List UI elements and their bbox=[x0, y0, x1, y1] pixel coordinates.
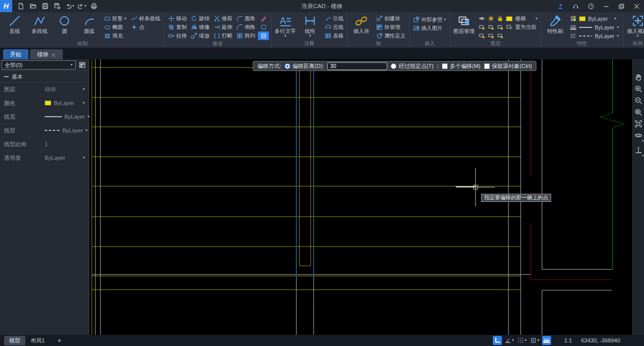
orbit-button[interactable] bbox=[634, 131, 643, 140]
section-basic[interactable]: 基本 bbox=[0, 71, 89, 83]
object-color-select[interactable]: ByLayer bbox=[568, 14, 621, 23]
offset-keep-source-option[interactable]: 保留源对象(Ctrl) bbox=[484, 62, 532, 70]
new-file-button[interactable] bbox=[15, 1, 26, 11]
ucs-button[interactable] bbox=[634, 146, 643, 155]
drawing-canvas[interactable]: 偏移方式: 偏移距离(D): 经过指定点(T) | 多个偏移(M) 保留源对象(… bbox=[89, 59, 632, 335]
ellipse-button[interactable]: 椭圆 bbox=[103, 23, 128, 31]
insert-viewport-button[interactable]: 插入视口 bbox=[625, 13, 644, 41]
zoom-in-button[interactable] bbox=[634, 84, 643, 93]
zoom-extents-button[interactable] bbox=[634, 119, 643, 128]
erase-button[interactable] bbox=[258, 14, 269, 23]
attribute-definition-button[interactable]: 属性定义 bbox=[375, 31, 407, 40]
match-properties-button[interactable]: 特性刷 bbox=[544, 13, 567, 41]
rotate-button[interactable]: 旋转 bbox=[189, 14, 211, 23]
property-row-layer[interactable]: 图层 楼梯 bbox=[0, 83, 89, 96]
stretch-button[interactable]: 拉伸 bbox=[166, 31, 188, 40]
layer-unisolate-icon[interactable] bbox=[488, 32, 494, 39]
lineweight-toggle[interactable] bbox=[542, 336, 551, 345]
property-row-transparency[interactable]: 透明度 ByLayer bbox=[0, 151, 89, 165]
spline-button[interactable]: 样条曲线 bbox=[129, 14, 162, 23]
move-button[interactable]: 移动 bbox=[166, 14, 188, 23]
minimize-button[interactable] bbox=[598, 0, 614, 12]
layer-lock-icon[interactable] bbox=[497, 15, 503, 22]
layout1-tab[interactable]: 布局1 bbox=[25, 336, 50, 345]
radio-selected-icon[interactable] bbox=[285, 63, 290, 69]
lineweight-select[interactable]: ByLayer bbox=[568, 23, 621, 31]
layer-isolate-icon[interactable] bbox=[479, 32, 485, 39]
close-tab-icon[interactable] bbox=[51, 52, 56, 57]
offset-multiple-option[interactable]: 多个偏移(M) bbox=[442, 62, 481, 70]
save-button[interactable] bbox=[40, 1, 51, 11]
copy-button[interactable]: 复制 bbox=[166, 23, 188, 31]
viewport-scale[interactable]: 1:1 bbox=[564, 337, 572, 343]
close-button[interactable] bbox=[629, 0, 644, 12]
point-button[interactable]: 点 bbox=[129, 23, 162, 31]
new-layout-button[interactable]: + bbox=[55, 336, 64, 344]
user-account-button[interactable] bbox=[553, 0, 568, 12]
linetype-select[interactable]: ByLayer bbox=[568, 31, 621, 40]
ortho-toggle[interactable] bbox=[493, 336, 502, 345]
layer-thaw-icon[interactable] bbox=[488, 15, 494, 22]
grid-snap-toggle[interactable] bbox=[517, 336, 527, 345]
offset-distance-option[interactable]: 偏移距离(D): bbox=[285, 62, 324, 70]
support-button[interactable] bbox=[568, 0, 583, 12]
selection-filter-combo[interactable]: 全部(0) bbox=[2, 60, 76, 70]
offset-button[interactable] bbox=[258, 31, 269, 40]
layer-off-icon[interactable] bbox=[479, 24, 485, 30]
arc-button[interactable]: 圆弧 bbox=[78, 13, 101, 41]
layer-freeze-icon[interactable] bbox=[488, 24, 494, 30]
current-layer-name[interactable]: 楼梯 bbox=[515, 15, 526, 22]
array-button[interactable]: 阵列 bbox=[235, 31, 257, 40]
extend-button[interactable]: 延伸 bbox=[212, 23, 234, 31]
circle-button[interactable]: 圆 bbox=[53, 13, 76, 41]
app-logo[interactable]: H bbox=[0, 0, 12, 12]
checkbox-icon[interactable] bbox=[442, 63, 448, 69]
open-file-button[interactable] bbox=[27, 1, 39, 11]
layer-merge-icon[interactable] bbox=[497, 32, 503, 39]
model-tab[interactable]: 模型 bbox=[4, 336, 25, 345]
property-row-lineweight[interactable]: 线宽 ByLayer bbox=[0, 110, 89, 124]
region-button[interactable] bbox=[258, 23, 269, 31]
fillet-button[interactable]: 圆角 bbox=[235, 14, 257, 23]
property-row-color[interactable]: 颜色 ByLayer bbox=[0, 96, 89, 110]
revision-cloud-button[interactable]: 云线 bbox=[323, 23, 345, 31]
mtext-button[interactable]: A多行文字 bbox=[274, 13, 297, 41]
layer-visibility-icon[interactable] bbox=[479, 15, 485, 22]
print-button[interactable] bbox=[88, 1, 99, 11]
insert-image-button[interactable]: 插入图片 bbox=[412, 24, 448, 32]
block-manager-button[interactable]: 块管理 bbox=[375, 23, 407, 31]
table-button[interactable]: 表格 bbox=[323, 31, 345, 40]
pan-button[interactable] bbox=[634, 73, 643, 82]
polyline-button[interactable]: 多段线 bbox=[28, 13, 51, 41]
tab-drawing[interactable]: 楼梯 bbox=[30, 49, 63, 59]
hatch-button[interactable]: 填充 bbox=[103, 31, 128, 40]
offset-through-option[interactable]: 经过指定点(T) bbox=[391, 62, 433, 70]
mirror-button[interactable]: 镜像 bbox=[189, 23, 211, 31]
help-button[interactable]: ? bbox=[583, 0, 598, 12]
quick-select-button[interactable] bbox=[77, 60, 87, 70]
zoom-window-button[interactable] bbox=[634, 108, 643, 117]
xref-button[interactable]: 外部参照 bbox=[412, 15, 448, 24]
tab-start[interactable]: 开始 bbox=[3, 49, 28, 59]
restore-button[interactable] bbox=[614, 0, 629, 12]
offset-distance-input[interactable] bbox=[327, 62, 387, 70]
set-current-layer-icon[interactable] bbox=[506, 24, 513, 30]
undo-button[interactable] bbox=[64, 1, 75, 11]
zoom-out-button[interactable] bbox=[634, 96, 643, 105]
trim-button[interactable]: 修剪 bbox=[212, 14, 234, 23]
rectangle-button[interactable]: 矩形 bbox=[103, 14, 128, 23]
radio-icon[interactable] bbox=[391, 63, 396, 69]
create-block-button[interactable]: 创建块 bbox=[375, 14, 407, 23]
set-current-label[interactable]: 置为当前 bbox=[515, 24, 536, 31]
chamfer-button[interactable]: 倒角 bbox=[235, 23, 257, 31]
redo-button[interactable] bbox=[76, 1, 87, 11]
insert-block-button[interactable]: 插入块 bbox=[350, 13, 373, 41]
polar-tracking-toggle[interactable] bbox=[504, 336, 515, 345]
layer-color-swatch[interactable] bbox=[506, 16, 513, 21]
scale-button[interactable]: 缩放 bbox=[189, 31, 211, 40]
layer-lock-toggle-icon[interactable] bbox=[497, 24, 503, 30]
save-as-button[interactable] bbox=[52, 1, 63, 11]
property-row-linetype[interactable]: 线型 ByLayer bbox=[0, 124, 89, 137]
linear-dimension-button[interactable]: 线性 bbox=[298, 13, 322, 41]
break-button[interactable]: 打断 bbox=[212, 31, 234, 40]
